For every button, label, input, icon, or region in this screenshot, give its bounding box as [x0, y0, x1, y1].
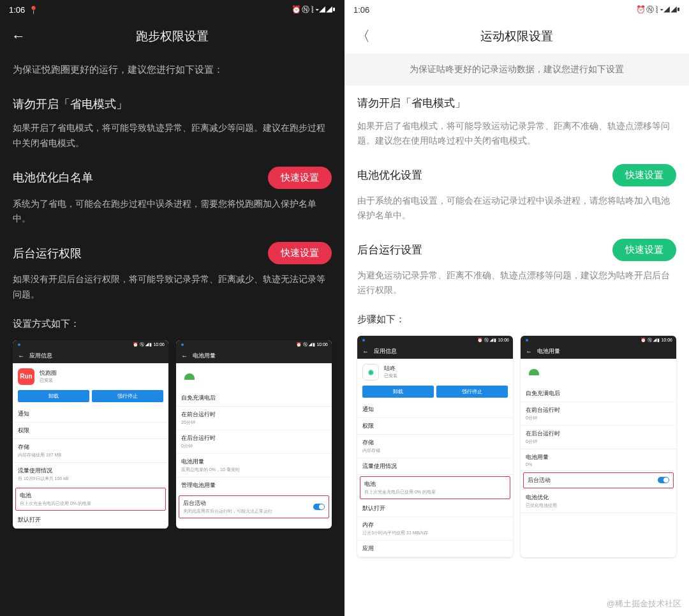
highlighted-row: 电池自上次完全充电后已使用 0% 的电量 — [360, 476, 510, 499]
android-icon — [181, 368, 198, 385]
section-desc: 如果没有开启后台运行权限，将可能导致记录异常、距离减少、轨迹无法记录等问题。 — [13, 272, 332, 303]
section-title: 后台运行权限 — [13, 246, 82, 261]
quick-settings-button[interactable]: 快速设置 — [612, 239, 676, 261]
highlighted-row: 后台活动关闭此应用在后台运行时，可能无法正常运行 — [179, 495, 329, 518]
status-icons: ⏰ Ⓝ ⦚ ▾◢◢▮ — [292, 4, 336, 15]
highlighted-row: 后台活动 — [523, 472, 674, 488]
page-title: 跑步权限设置 — [136, 28, 209, 45]
section-desc: 如果开启了省电模式，将可能导致轨迹异常、距离减少等问题。建议在跑步过程中关闭省电… — [13, 121, 332, 151]
section-title: 后台运行设置 — [357, 243, 422, 257]
section-background-run: 后台运行设置 快速设置 为避免运动记录异常、距离不准确、轨迹点漂移等问题，建议您… — [344, 229, 689, 303]
banner-right: 为保证咕咚更好的记录运动数据，建议您进行如下设置 — [344, 54, 689, 86]
thumb-battery-usage: ⏰ Ⓝ ◢▮10:06 ←电池用量 自免充满电后 在前台运行时0分钟 在后台运行… — [521, 336, 676, 557]
thumb-battery-usage: ⏰ Ⓝ ◢▮10:06 ←电池用量 自免充满电后 在前台运行时20分钟 在后台运… — [176, 340, 332, 529]
phone-right: 1:06 ⏰ Ⓝ ⦚ ▾◢◢▮ 〈 运动权限设置 为保证咕咚更好的记录运动数据，… — [344, 0, 689, 616]
status-time: 1:06 — [9, 5, 25, 15]
section-background-permission: 后台运行权限 快速设置 如果没有开启后台运行权限，将可能导致记录异常、距离减少、… — [0, 232, 344, 308]
section-title: 请勿开启「省电模式」 — [357, 96, 676, 110]
section-battery-optimize: 电池优化设置 快速设置 由于系统的省电设置，可能会在运动记录过程中误杀进程，请您… — [344, 154, 689, 229]
watermark: @稀土掘金技术社区 — [607, 598, 681, 610]
statusbar-right: 1:06 ⏰ Ⓝ ⦚ ▾◢◢▮ — [344, 0, 689, 19]
screenshot-thumbs: ⏰ Ⓝ ◢▮10:06 ←应用信息 Run 悦跑圈已安装 卸载 强行停止 通知 … — [0, 335, 344, 534]
steps-label: 步骤如下： — [344, 303, 689, 331]
back-chevron-icon[interactable]: 〈 — [356, 27, 370, 46]
status-icons: ⏰ Ⓝ ⦚ ▾◢◢▮ — [636, 4, 680, 15]
steps-label: 设置方式如下： — [0, 308, 344, 335]
header-right: 〈 运动权限设置 — [344, 19, 689, 54]
header-left: ← 跑步权限设置 — [0, 19, 344, 54]
section-power-saving: 请勿开启「省电模式」 如果开启了省电模式，将可能导致运动记录异常、距离不准确、轨… — [344, 86, 689, 154]
highlighted-row: 电池自上次完全充电后已使用 0% 的电量 — [15, 488, 166, 511]
phone-left: 1:06 ⏰ Ⓝ ⦚ ▾◢◢▮ ← 跑步权限设置 为保证悦跑圈更好的运行，建议您… — [0, 0, 344, 616]
section-desc: 如果开启了省电模式，将可能导致运动记录异常、距离不准确、轨迹点漂移等问题。建议您… — [357, 119, 676, 149]
page-title: 运动权限设置 — [480, 28, 553, 45]
force-stop-button: 强行停止 — [92, 390, 163, 402]
section-title: 请勿开启「省电模式」 — [13, 96, 332, 112]
statusbar-left: 1:06 ⏰ Ⓝ ⦚ ▾◢◢▮ — [0, 0, 344, 19]
section-battery-whitelist: 电池优化白名单 快速设置 系统为了省电，可能会在跑步过程中误杀进程，需要您将悦跑… — [0, 156, 344, 232]
force-stop-button: 强行停止 — [436, 386, 508, 398]
back-arrow-icon[interactable]: ← — [11, 28, 26, 45]
section-title: 电池优化设置 — [357, 168, 422, 183]
banner-left: 为保证悦跑圈更好的运行，建议您进行如下设置： — [0, 54, 344, 86]
quick-settings-button[interactable]: 快速设置 — [612, 164, 676, 186]
section-title: 电池优化白名单 — [13, 170, 93, 185]
screenshot-thumbs: ⏰ Ⓝ ◢▮10:06 ←应用信息 ◉ 咕咚已安装 卸载 强行停止 通知 权限 … — [344, 331, 689, 562]
thumb-app-info: ⏰ Ⓝ ◢▮10:06 ←应用信息 Run 悦跑圈已安装 卸载 强行停止 通知 … — [13, 340, 168, 529]
quick-settings-button[interactable]: 快速设置 — [268, 242, 332, 264]
quick-settings-button[interactable]: 快速设置 — [268, 167, 332, 189]
section-desc: 为避免运动记录异常、距离不准确、轨迹点漂移等问题，建议您为咕咚开启后台运行权限。 — [357, 269, 676, 298]
uninstall-button: 卸载 — [18, 390, 89, 402]
status-time: 1:06 — [353, 5, 369, 15]
toggle-icon — [313, 504, 325, 510]
app-icon: Run — [18, 368, 34, 385]
section-desc: 由于系统的省电设置，可能会在运动记录过程中误杀进程，请您将咕咚加入电池保护名单中… — [357, 194, 676, 223]
thumb-app-info: ⏰ Ⓝ ◢▮10:06 ←应用信息 ◉ 咕咚已安装 卸载 强行停止 通知 权限 … — [357, 336, 513, 557]
location-icon — [29, 5, 38, 15]
toggle-icon — [658, 477, 669, 483]
section-power-saving: 请勿开启「省电模式」 如果开启了省电模式，将可能导致轨迹异常、距离减少等问题。建… — [0, 86, 344, 156]
android-icon — [526, 364, 542, 380]
app-icon: ◉ — [362, 364, 379, 380]
section-desc: 系统为了省电，可能会在跑步过程中误杀进程，需要您将悦跑圈加入保护名单中。 — [13, 197, 332, 227]
uninstall-button: 卸载 — [362, 386, 434, 398]
